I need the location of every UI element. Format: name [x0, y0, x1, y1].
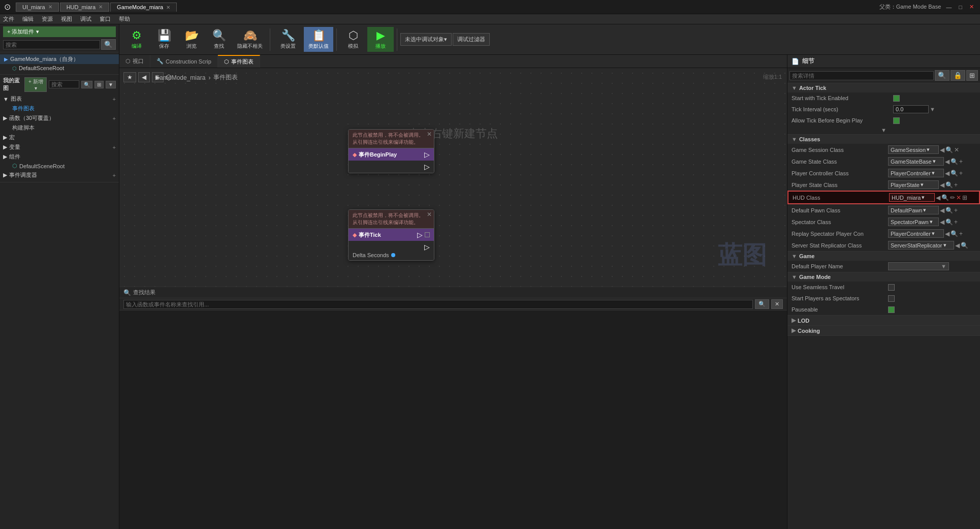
- player-controller-arrow-btn[interactable]: ◀: [945, 170, 950, 177]
- tick-node[interactable]: 此节点被禁用，将不会被调用。从引脚连出引线来编译功能。 ✕ ◆ 事件Tick ▷: [348, 209, 434, 261]
- game-session-arrow-btn[interactable]: ◀: [940, 146, 944, 153]
- spectator-plus-btn[interactable]: +: [954, 219, 958, 226]
- player-controller-plus-btn[interactable]: +: [959, 170, 963, 177]
- actor-tick-start-checkbox[interactable]: [893, 95, 900, 102]
- hud-class-arrow-btn[interactable]: ◀: [936, 194, 940, 201]
- default-pawn-dropdown[interactable]: DefaultPawn▾: [888, 206, 939, 214]
- default-pawn-arrow-btn[interactable]: ◀: [940, 207, 944, 214]
- find-close-btn[interactable]: ✕: [771, 299, 783, 309]
- menu-assets[interactable]: 资源: [42, 15, 53, 23]
- replay-spectator-search-btn[interactable]: 🔍: [951, 230, 958, 237]
- cooking-section-header[interactable]: ▶ Cooking: [787, 326, 980, 335]
- variables-plus-btn[interactable]: +: [113, 144, 116, 150]
- hide-unrelated-btn[interactable]: 🙈 隐藏不相关: [233, 27, 267, 52]
- tab-viewport[interactable]: ⬡ 视口: [119, 55, 150, 68]
- menu-file[interactable]: 文件: [3, 15, 14, 23]
- game-session-search-btn[interactable]: 🔍: [945, 146, 953, 153]
- menu-edit[interactable]: 编辑: [22, 15, 34, 23]
- seamless-travel-checkbox[interactable]: [888, 284, 895, 291]
- bp-components-header[interactable]: ▶ 组件: [3, 152, 116, 162]
- default-player-name-arrow[interactable]: ▼: [941, 263, 946, 269]
- hud-class-clear-btn[interactable]: ✕: [956, 194, 961, 201]
- debug-select[interactable]: 未选中调试对象▾: [400, 33, 452, 46]
- simulate-btn[interactable]: ⬡ 模拟: [340, 27, 366, 52]
- beginplay-node[interactable]: 此节点被禁用，将不会被调用。从引脚连出引线来编译功能。 ✕ ◆ 事件BeginP…: [348, 129, 434, 173]
- browse-btn[interactable]: 📂 浏览: [178, 27, 205, 52]
- bp-default-scene-root-item[interactable]: ⬡ DefaultSceneRoot: [3, 162, 116, 170]
- minimize-btn[interactable]: —: [944, 4, 954, 10]
- event-dispatcher-header[interactable]: ▶ 事件调度器 +: [3, 170, 116, 180]
- game-session-dropdown[interactable]: GameSession▾: [888, 145, 939, 154]
- tab-gamemode-miara[interactable]: GameMode_miara ✕: [110, 3, 177, 12]
- tab-hud-miara-close[interactable]: ✕: [99, 4, 103, 10]
- player-state-plus-btn[interactable]: +: [954, 181, 958, 189]
- default-scene-root-item[interactable]: ⬡ DefaultSceneRoot: [0, 64, 119, 72]
- class-defaults-btn[interactable]: 📋 类默认值: [304, 27, 333, 52]
- nav-star-btn[interactable]: ★: [123, 72, 136, 82]
- details-lock-btn[interactable]: 🔒: [951, 70, 965, 81]
- save-btn[interactable]: 💾 保存: [151, 27, 177, 52]
- menu-window[interactable]: 窗口: [100, 15, 111, 23]
- class-settings-btn[interactable]: 🔧 类设置: [273, 27, 303, 52]
- replay-spectator-dropdown[interactable]: PlayerController▾: [888, 229, 944, 238]
- player-controller-search-btn[interactable]: 🔍: [951, 170, 958, 177]
- tab-construction[interactable]: 🔧 Construction Scrip: [150, 55, 218, 68]
- default-pawn-search-btn[interactable]: 🔍: [945, 207, 953, 214]
- details-search-btn[interactable]: 🔍: [935, 70, 950, 81]
- close-btn[interactable]: ✕: [967, 4, 976, 10]
- tab-gamemode-miara-close[interactable]: ✕: [166, 5, 170, 10]
- beginplay-close-icon[interactable]: ✕: [427, 131, 432, 138]
- find-search-btn[interactable]: 🔍: [755, 299, 769, 309]
- debug-filter-btn[interactable]: 调试过滤器: [453, 33, 490, 46]
- bp-canvas[interactable]: ★ ◀ ▶ ⬡ GameMode_miara › 事件图表 缩放1:1 点击右: [119, 68, 787, 287]
- game-state-search-btn[interactable]: 🔍: [951, 158, 958, 165]
- spectator-search-btn[interactable]: 🔍: [945, 219, 953, 226]
- graph-plus-btn[interactable]: +: [113, 96, 116, 102]
- search-btn[interactable]: 🔍 查找: [206, 27, 232, 52]
- pauseable-checkbox[interactable]: [888, 306, 895, 313]
- find-search-input[interactable]: [123, 300, 753, 309]
- nav-back-btn[interactable]: ◀: [138, 72, 150, 82]
- server-stat-search-btn[interactable]: 🔍: [961, 242, 968, 249]
- game-state-dropdown[interactable]: GameStateBase▾: [888, 157, 944, 166]
- maximize-btn[interactable]: □: [957, 4, 964, 10]
- player-controller-dropdown[interactable]: PlayerController▾: [888, 169, 944, 177]
- tick-close-icon[interactable]: ✕: [427, 211, 432, 218]
- game-mode-section-header[interactable]: ▼ Game Mode: [787, 272, 980, 282]
- event-graph-item[interactable]: 事件图表: [3, 104, 116, 113]
- actor-tick-before-checkbox[interactable]: [893, 117, 900, 124]
- server-stat-dropdown[interactable]: ServerStatReplicator▾: [888, 241, 954, 250]
- menu-help[interactable]: 帮助: [119, 15, 130, 23]
- tab-event-graph[interactable]: ⬡ 事件图表: [218, 55, 260, 68]
- tab-ui-miara[interactable]: UI_miara ✕: [16, 3, 59, 12]
- hud-class-edit-btn[interactable]: ✏: [950, 194, 955, 201]
- bp-search-btn[interactable]: 🔍: [81, 81, 92, 88]
- menu-debug[interactable]: 调试: [80, 15, 91, 23]
- replay-spectator-arrow-btn[interactable]: ◀: [945, 230, 950, 237]
- hud-class-extra-btn[interactable]: ⊞: [962, 194, 967, 201]
- bp-view-btn[interactable]: ⊞: [94, 81, 104, 88]
- game-session-clear-btn[interactable]: ✕: [954, 146, 959, 153]
- tick-interval-arrow[interactable]: ▼: [930, 106, 935, 112]
- functions-plus-btn[interactable]: +: [113, 115, 116, 121]
- component-search-input[interactable]: [3, 40, 100, 49]
- new-btn[interactable]: + 新增 ▾: [24, 77, 47, 92]
- actor-tick-header[interactable]: ▼ Actor Tick: [787, 83, 980, 92]
- player-state-search-btn[interactable]: 🔍: [945, 181, 953, 189]
- actor-tick-expand[interactable]: ▼: [787, 126, 980, 134]
- player-state-arrow-btn[interactable]: ◀: [940, 181, 944, 189]
- event-dispatcher-plus-btn[interactable]: +: [113, 172, 116, 178]
- replay-spectator-plus-btn[interactable]: +: [959, 230, 963, 237]
- add-component-btn[interactable]: + 添加组件 ▾: [3, 26, 116, 37]
- tab-ui-miara-close[interactable]: ✕: [48, 4, 52, 10]
- variables-header[interactable]: ▶ 变量 +: [3, 142, 116, 152]
- game-section-header[interactable]: ▼ Game: [787, 252, 980, 261]
- classes-section-header[interactable]: ▼ Classes: [787, 135, 980, 144]
- macros-header[interactable]: ▶ 宏: [3, 133, 116, 142]
- details-search-input[interactable]: [789, 71, 934, 80]
- details-grid-btn[interactable]: ⊞: [966, 70, 978, 81]
- game-state-plus-btn[interactable]: +: [959, 158, 963, 165]
- tick-interval-input[interactable]: [893, 105, 929, 113]
- spectator-arrow-btn[interactable]: ◀: [940, 219, 944, 226]
- construction-script-item[interactable]: 构建脚本: [3, 123, 116, 133]
